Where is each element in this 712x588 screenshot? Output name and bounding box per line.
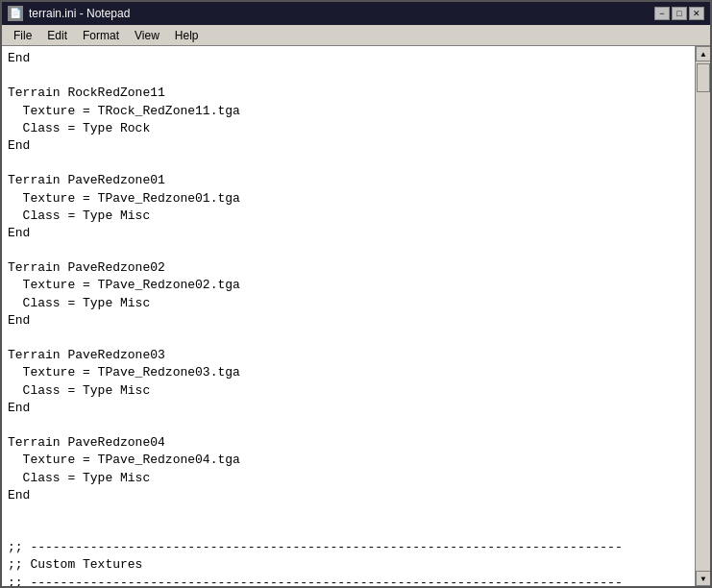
- window-controls: − □ ✕: [654, 7, 704, 20]
- vertical-scrollbar: ▲ ▼: [695, 46, 710, 586]
- title-bar: 📄 terrain.ini - Notepad − □ ✕: [2, 2, 710, 25]
- app-icon: 📄: [8, 6, 23, 21]
- scroll-up-button[interactable]: ▲: [696, 46, 710, 61]
- menu-file[interactable]: File: [6, 27, 39, 44]
- menu-bar: File Edit Format View Help: [2, 25, 710, 46]
- menu-format[interactable]: Format: [75, 27, 127, 44]
- window-title: terrain.ini - Notepad: [29, 7, 130, 20]
- editor-area: End Terrain RockRedZone11 Texture = TRoc…: [2, 46, 710, 586]
- menu-view[interactable]: View: [127, 27, 167, 44]
- notepad-window: 📄 terrain.ini - Notepad − □ ✕ File Edit …: [0, 0, 712, 588]
- title-bar-left: 📄 terrain.ini - Notepad: [8, 6, 130, 21]
- scroll-track[interactable]: [696, 61, 710, 571]
- close-button[interactable]: ✕: [689, 7, 704, 20]
- menu-help[interactable]: Help: [167, 27, 207, 44]
- minimize-button[interactable]: −: [654, 7, 670, 20]
- scroll-down-button[interactable]: ▼: [696, 571, 710, 586]
- scroll-thumb[interactable]: [697, 63, 710, 92]
- text-editor[interactable]: End Terrain RockRedZone11 Texture = TRoc…: [2, 46, 695, 586]
- maximize-button[interactable]: □: [672, 7, 687, 20]
- menu-edit[interactable]: Edit: [39, 27, 75, 44]
